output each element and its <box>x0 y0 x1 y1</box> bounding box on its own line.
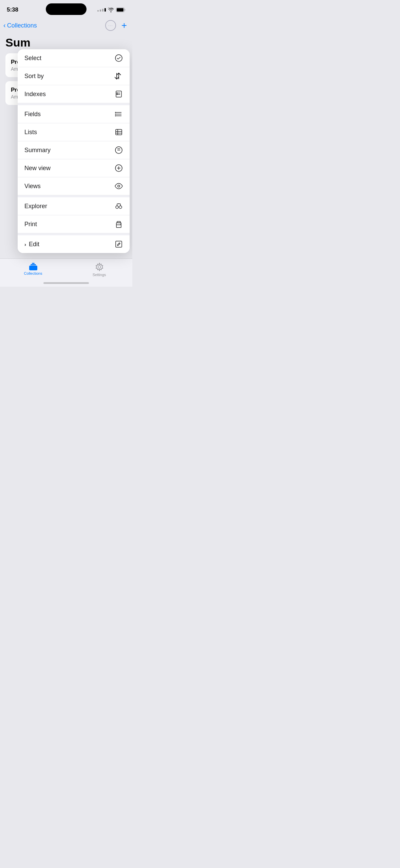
svg-rect-35 <box>29 266 37 270</box>
menu-item-new-view-label: New view <box>24 165 51 172</box>
menu-item-select[interactable]: Select <box>18 49 130 67</box>
menu-item-edit-label: › Edit <box>24 241 39 248</box>
menu-item-print[interactable]: Print <box>18 215 130 233</box>
svg-line-34 <box>119 243 119 243</box>
svg-point-9 <box>117 94 117 95</box>
menu-item-summary-label: Summary <box>24 147 51 154</box>
signal-icon <box>97 8 106 12</box>
menu-item-indexes[interactable]: Indexes <box>18 85 130 103</box>
battery-icon <box>116 7 126 12</box>
svg-point-32 <box>120 224 121 224</box>
lists-icon <box>115 128 123 136</box>
binoculars-icon <box>115 202 123 210</box>
svg-point-38 <box>98 266 101 268</box>
edit-chevron-icon: › <box>24 241 26 247</box>
tab-collections[interactable]: Collections <box>0 262 66 275</box>
menu-item-views[interactable]: Views <box>18 177 130 195</box>
menu-item-summary[interactable]: Summary <box>18 141 130 159</box>
plus-circle-icon <box>115 164 123 172</box>
menu-item-explorer-label: Explorer <box>24 203 47 210</box>
menu-item-sort-by-label: Sort by <box>24 73 44 80</box>
status-icons <box>97 7 126 12</box>
svg-rect-1 <box>117 8 123 12</box>
svg-point-26 <box>118 185 120 187</box>
summary-icon <box>115 146 123 154</box>
status-bar: 5:38 <box>0 0 132 17</box>
svg-rect-16 <box>116 129 122 135</box>
menu-item-print-label: Print <box>24 221 37 228</box>
edit-icon <box>115 240 123 248</box>
dynamic-island <box>46 3 87 15</box>
print-icon <box>115 220 123 228</box>
nav-bar: ‹ Collections ··· + <box>0 17 132 34</box>
svg-point-27 <box>116 206 118 209</box>
tab-settings[interactable]: Settings <box>66 262 132 277</box>
menu-item-select-label: Select <box>24 55 41 62</box>
more-icon: ··· <box>108 23 113 28</box>
menu-item-fields[interactable]: Fields <box>18 105 130 123</box>
menu-item-new-view[interactable]: New view <box>18 159 130 177</box>
menu-item-lists-label: Lists <box>24 129 37 136</box>
svg-point-28 <box>119 206 122 209</box>
collections-icon <box>28 262 38 270</box>
tab-collections-label: Collections <box>24 271 42 275</box>
svg-rect-30 <box>116 225 121 228</box>
menu-item-fields-label: Fields <box>24 111 41 118</box>
add-icon: + <box>121 20 127 31</box>
menu-item-explorer[interactable]: Explorer <box>18 197 130 215</box>
svg-point-14 <box>115 114 116 115</box>
back-label: Collections <box>7 22 37 29</box>
fields-icon <box>115 110 123 118</box>
more-button[interactable]: ··· <box>105 20 116 31</box>
svg-point-15 <box>115 115 116 116</box>
eye-icon <box>115 182 123 190</box>
svg-rect-37 <box>32 263 35 264</box>
svg-point-2 <box>115 55 122 61</box>
page-title: Sum <box>5 36 127 49</box>
menu-item-lists[interactable]: Lists <box>18 123 130 141</box>
svg-rect-33 <box>116 241 122 247</box>
back-chevron-icon: ‹ <box>3 21 6 29</box>
sort-icon <box>115 72 123 80</box>
settings-icon <box>95 262 104 272</box>
nav-right-actions: ··· + <box>105 20 127 31</box>
menu-item-edit[interactable]: › Edit <box>18 235 130 253</box>
wifi-icon <box>108 7 114 12</box>
menu-item-indexes-label: Indexes <box>24 91 46 98</box>
svg-point-13 <box>115 112 116 113</box>
checkmark-circle-icon <box>115 54 123 62</box>
svg-rect-31 <box>117 221 120 223</box>
add-button[interactable]: + <box>121 21 127 30</box>
menu-item-views-label: Views <box>24 183 41 190</box>
status-time: 5:38 <box>7 6 18 13</box>
tab-settings-label: Settings <box>93 273 106 277</box>
back-button[interactable]: ‹ Collections <box>3 22 37 29</box>
dropdown-menu: Select Sort by Indexes Fields <box>18 49 130 253</box>
svg-point-8 <box>117 93 117 93</box>
indexes-icon <box>115 90 123 98</box>
svg-rect-36 <box>31 264 36 265</box>
menu-item-sort-by[interactable]: Sort by <box>18 67 130 85</box>
home-indicator <box>43 282 89 284</box>
